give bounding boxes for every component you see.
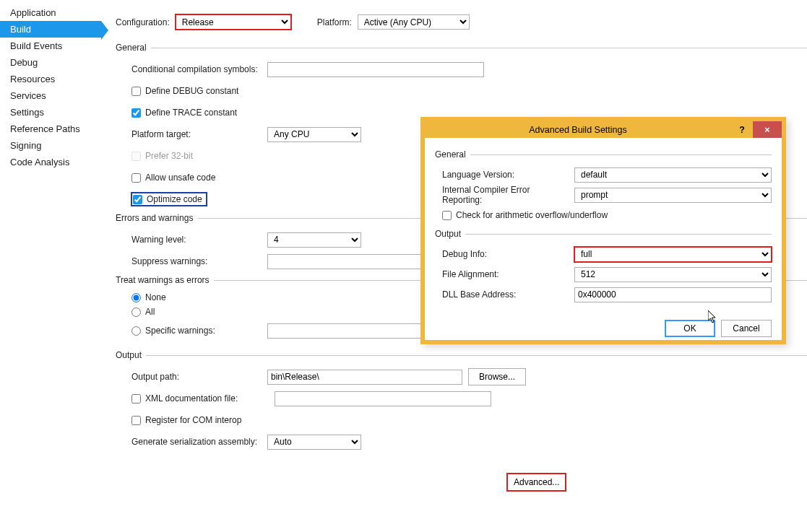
prefer-32bit-label: Prefer 32-bit [145, 151, 193, 161]
internal-err-label: Internal Compiler Error Reporting: [442, 185, 569, 205]
group-errors-label: Errors and warnings [116, 213, 193, 223]
dll-base-input[interactable] [574, 287, 772, 302]
file-align-select[interactable]: 512 [574, 267, 772, 282]
group-output-label: Output [116, 350, 142, 360]
gen-serial-label: Generate serialization assembly: [131, 437, 262, 447]
platform-target-select[interactable]: Any CPU [267, 127, 361, 142]
platform-target-label: Platform target: [131, 129, 262, 139]
mouse-cursor-icon [708, 310, 718, 326]
sidebar-item-settings[interactable]: Settings [0, 104, 101, 121]
xml-doc-checkbox[interactable]: XML documentation file: [131, 393, 269, 404]
arith-check-label: Check for arithmetic overflow/underflow [456, 210, 608, 220]
arith-check-checkbox[interactable]: Check for arithmetic overflow/underflow [442, 210, 608, 220]
advanced-button[interactable]: Advanced... [507, 474, 566, 491]
allow-unsafe-checkbox[interactable]: Allow unsafe code [131, 173, 215, 183]
dll-base-label: DLL Base Address: [442, 289, 569, 300]
cond-sym-input[interactable] [267, 62, 484, 77]
treat-all-label: All [145, 307, 155, 317]
xml-doc-label: XML documentation file: [145, 393, 238, 404]
treat-specific-label: Specific warnings: [145, 326, 215, 336]
prefer-32bit-checkbox: Prefer 32-bit [131, 151, 193, 161]
browse-button[interactable]: Browse... [468, 368, 526, 385]
sidebar-item-application[interactable]: Application [0, 4, 101, 21]
close-icon[interactable]: × [753, 121, 782, 138]
output-path-input[interactable] [267, 370, 462, 385]
sidebar-item-services[interactable]: Services [0, 87, 101, 104]
lang-version-label: Language Version: [442, 170, 569, 180]
output-path-label: Output path: [131, 372, 262, 382]
optimize-code-checkbox[interactable]: Optimize code [131, 193, 207, 206]
warning-level-select[interactable]: 4 [267, 232, 361, 248]
file-align-label: File Alignment: [442, 269, 569, 279]
sidebar: Application Build Build Events Debug Res… [0, 0, 101, 170]
internal-err-select[interactable]: prompt [574, 188, 772, 203]
platform-select[interactable]: Active (Any CPU) [358, 14, 470, 30]
debug-info-select[interactable]: full [574, 247, 772, 262]
sidebar-item-resources[interactable]: Resources [0, 71, 101, 87]
cancel-button[interactable]: Cancel [721, 320, 772, 337]
optimize-code-label: Optimize code [147, 194, 202, 204]
treat-none-label: None [145, 292, 166, 302]
define-trace-label: Define TRACE constant [145, 108, 237, 118]
platform-label: Platform: [317, 17, 352, 27]
top-config-row: Configuration: Release Platform: Active … [116, 14, 807, 30]
allow-unsafe-label: Allow unsafe code [145, 173, 215, 183]
gen-serial-select[interactable]: Auto [267, 435, 361, 450]
sidebar-item-reference-paths[interactable]: Reference Paths [0, 121, 101, 137]
sidebar-item-debug[interactable]: Debug [0, 54, 101, 71]
cond-sym-label: Conditional compilation symbols: [131, 64, 262, 74]
xml-doc-input[interactable] [275, 391, 491, 406]
dlg-general-label: General [435, 149, 466, 160]
group-general: General [116, 43, 807, 53]
group-general-label: General [116, 43, 147, 53]
treat-specific-radio[interactable]: Specific warnings: [131, 326, 262, 336]
define-debug-checkbox[interactable]: Define DEBUG constant [131, 86, 238, 96]
configuration-select[interactable]: Release [176, 14, 291, 30]
dlg-output-label: Output [435, 229, 461, 239]
define-debug-label: Define DEBUG constant [145, 86, 238, 96]
lang-version-select[interactable]: default [574, 167, 772, 183]
sidebar-item-code-analysis[interactable]: Code Analysis [0, 154, 101, 170]
sidebar-item-build[interactable]: Build [0, 21, 101, 38]
com-interop-label: Register for COM interop [145, 415, 241, 425]
define-trace-checkbox[interactable]: Define TRACE constant [131, 108, 237, 118]
dialog-title: Advanced Build Settings [425, 125, 731, 135]
sidebar-item-signing[interactable]: Signing [0, 137, 101, 154]
sidebar-item-build-events[interactable]: Build Events [0, 38, 101, 54]
com-interop-checkbox[interactable]: Register for COM interop [131, 415, 241, 425]
configuration-label: Configuration: [116, 17, 170, 27]
advanced-build-dialog: Advanced Build Settings ? × General Lang… [420, 117, 786, 344]
suppress-warnings-label: Suppress warnings: [131, 256, 262, 266]
group-output: Output [116, 350, 807, 360]
help-icon[interactable]: ? [731, 121, 753, 138]
debug-info-label: Debug Info: [442, 249, 569, 259]
group-treat-warnings-label: Treat warnings as errors [116, 275, 210, 285]
dialog-titlebar[interactable]: Advanced Build Settings ? × [425, 121, 782, 138]
warning-level-label: Warning level: [131, 235, 262, 245]
